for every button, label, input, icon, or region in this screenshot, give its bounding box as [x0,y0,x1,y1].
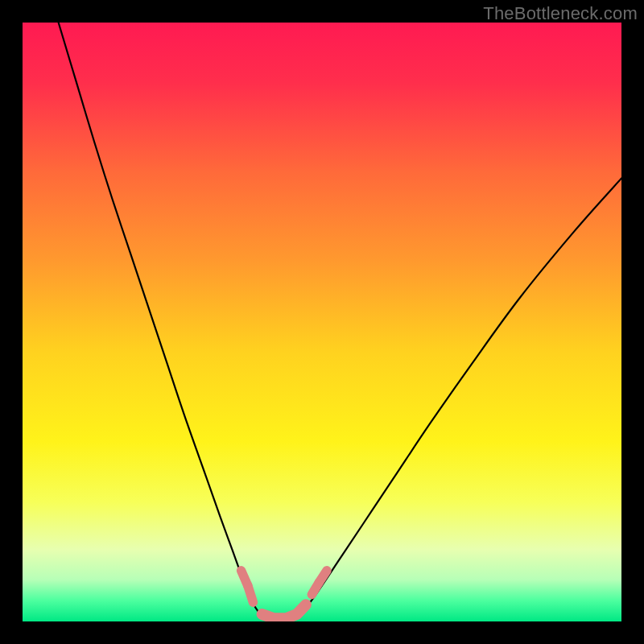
chart-plot-area [23,23,621,621]
gradient-background [23,23,621,621]
outer-black-frame: TheBottleneck.com [0,0,644,644]
optimum-side-dash [248,585,254,602]
optimum-side-dash [319,571,327,583]
chart-svg [23,23,621,621]
watermark-text: TheBottleneck.com [483,3,638,24]
